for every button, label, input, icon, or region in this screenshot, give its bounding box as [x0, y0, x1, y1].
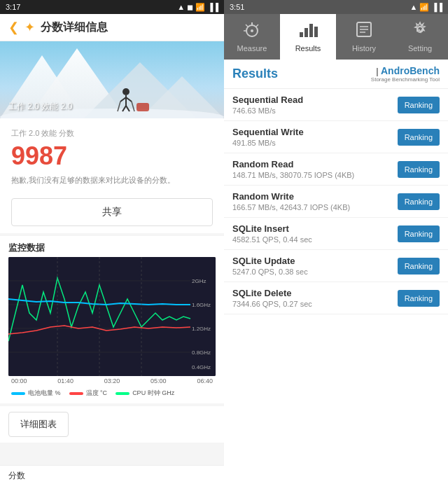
svg-rect-37 — [314, 27, 318, 37]
tab-history-label: History — [352, 44, 376, 53]
result-name-sqlite-update: SQLite Update — [232, 256, 308, 266]
table-row: Sequential Write 491.85 MB/s Ranking — [224, 121, 448, 153]
x-label-1: 01:40 — [57, 377, 74, 384]
gear-icon: ✦ — [24, 20, 35, 35]
svg-text:2GHz: 2GHz — [192, 278, 206, 284]
setting-icon — [410, 21, 430, 41]
ranking-btn-sqlite-insert[interactable]: Ranking — [398, 225, 440, 242]
hero-label: 工作 2.0 效能 2.0 — [8, 101, 72, 113]
result-info-sqlite-insert: SQLite Insert 4582.51 QPS, 0.44 sec — [232, 223, 312, 244]
detail-chart-button[interactable]: 详细图表 — [8, 412, 69, 437]
result-name-seq-read: Sequential Read — [232, 95, 303, 105]
left-header: ❮ ✦ 分数详细信息 — [0, 14, 224, 41]
tab-history[interactable]: History — [336, 14, 392, 60]
page-title: 分数详细信息 — [41, 20, 108, 35]
ranking-btn-rand-read[interactable]: Ranking — [398, 161, 440, 178]
svg-line-30 — [256, 25, 258, 27]
table-row: SQLite Delete 7344.66 QPS, 0.27 sec Rank… — [224, 282, 448, 314]
result-value-seq-write: 491.85 MB/s — [232, 139, 304, 147]
legend-label-battery: 电池电量 % — [28, 389, 61, 398]
result-info-sqlite-update: SQLite Update 5247.0 QPS, 0.38 sec — [232, 256, 308, 276]
ranking-btn-sqlite-delete[interactable]: Ranking — [398, 290, 440, 307]
tab-setting-label: Setting — [408, 44, 432, 53]
chart-area: 2GHz 1.6GHz 1.2GHz 0.8GHz 0.4GHz — [8, 257, 216, 376]
tab-results[interactable]: Results — [280, 14, 336, 60]
ranking-btn-sqlite-update[interactable]: Ranking — [398, 258, 440, 275]
right-status-icons: ▲ 📶 ▐▐ — [410, 3, 442, 12]
result-name-rand-write: Random Write — [232, 191, 350, 202]
table-row: SQLite Update 5247.0 QPS, 0.38 sec Ranki… — [224, 250, 448, 282]
legend-label-temp: 温度 °C — [86, 389, 108, 398]
x-label-2: 03:20 — [104, 377, 120, 384]
svg-point-33 — [251, 29, 253, 32]
back-icon[interactable]: ❮ — [8, 20, 19, 35]
left-panel: 3:17 ▲ ◼ 📶 ▐▐ ❮ ✦ 分数详细信息 — [0, 0, 224, 486]
table-row: Random Write 166.57 MB/s, 42643.7 IOPS (… — [224, 186, 448, 218]
legend-color-cpu — [115, 392, 130, 395]
left-status-bar: 3:17 ▲ ◼ 📶 ▐▐ — [0, 0, 224, 14]
chart-x-labels: 00:00 01:40 03:20 05:00 06:40 — [8, 376, 216, 386]
table-row: Sequential Read 746.63 MB/s Ranking — [224, 89, 448, 121]
tab-results-label: Results — [295, 44, 321, 53]
legend-battery: 电池电量 % — [11, 389, 61, 398]
x-label-3: 05:00 — [150, 377, 167, 384]
legend-label-cpu: CPU 时钟 GHz — [132, 389, 174, 398]
result-value-rand-read: 148.71 MB/s, 38070.75 IOPS (4KB) — [232, 171, 354, 179]
legend-cpu: CPU 时钟 GHz — [115, 389, 174, 398]
tab-setting[interactable]: Setting — [392, 14, 448, 60]
result-value-sqlite-insert: 4582.51 QPS, 0.44 sec — [232, 235, 312, 244]
x-label-4: 06:40 — [197, 377, 213, 384]
share-button[interactable]: 共享 — [11, 198, 213, 226]
svg-rect-36 — [309, 24, 313, 37]
table-row: SQLite Insert 4582.51 QPS, 0.44 sec Rank… — [224, 218, 448, 250]
ranking-btn-seq-write[interactable]: Ranking — [398, 129, 440, 146]
detail-btn-wrap: 详细图表 — [0, 406, 224, 443]
svg-text:1.6GHz: 1.6GHz — [192, 302, 211, 308]
result-info-seq-read: Sequential Read 746.63 MB/s — [232, 95, 303, 115]
result-name-seq-write: Sequential Write — [232, 127, 304, 137]
monitor-section: 监控数据 2GHz 1.6GHz 1.2GHz 0.8GHz 0.4GHz — [0, 236, 224, 403]
result-info-rand-write: Random Write 166.57 MB/s, 42643.7 IOPS (… — [232, 191, 350, 211]
svg-text:1.2GHz: 1.2GHz — [192, 326, 211, 332]
left-status-icons: ▲ ◼ 📶 ▐▐ — [177, 3, 218, 12]
svg-text:0.4GHz: 0.4GHz — [192, 364, 211, 370]
legend-temp: 温度 °C — [69, 389, 108, 398]
result-value-sqlite-update: 5247.0 QPS, 0.38 sec — [232, 268, 308, 276]
history-icon — [354, 21, 374, 41]
tab-measure[interactable]: Measure — [224, 14, 280, 60]
result-info-rand-read: Random Read 148.71 MB/s, 38070.75 IOPS (… — [232, 159, 354, 179]
hero-image: 工作 2.0 效能 2.0 — [0, 41, 224, 118]
result-name-sqlite-insert: SQLite Insert — [232, 223, 312, 234]
result-name-sqlite-delete: SQLite Delete — [232, 288, 312, 298]
bottom-score-label: 分数 — [0, 465, 224, 486]
svg-text:0.8GHz: 0.8GHz — [192, 349, 211, 356]
results-list: Sequential Read 746.63 MB/s Ranking Sequ… — [224, 89, 448, 486]
ranking-btn-rand-write[interactable]: Ranking — [398, 193, 440, 210]
measure-icon — [242, 21, 262, 41]
right-status-bar: 3:51 ▲ 📶 ▐▐ — [224, 0, 448, 14]
results-header: Results | AndroBench Storage Benchmarkin… — [224, 60, 448, 89]
svg-rect-14 — [136, 103, 149, 111]
results-icon — [298, 21, 318, 41]
table-row: Random Read 148.71 MB/s, 38070.75 IOPS (… — [224, 153, 448, 186]
score-label: 工作 2.0 效能 分数 — [11, 127, 213, 139]
result-name-rand-read: Random Read — [232, 159, 354, 169]
score-note: 抱歉,我们没有足够的数据来对比此设备的分数。 — [11, 175, 213, 186]
result-value-rand-write: 166.57 MB/s, 42643.7 IOPS (4KB) — [232, 203, 350, 211]
legend-color-battery — [11, 392, 25, 395]
score-value: 9987 — [11, 141, 213, 171]
androbench-tagline: Storage Benchmarking Tool — [371, 76, 440, 83]
ranking-btn-seq-read[interactable]: Ranking — [398, 97, 440, 113]
svg-point-6 — [122, 88, 130, 95]
chart-legend: 电池电量 % 温度 °C CPU 时钟 GHz — [8, 386, 216, 401]
result-info-seq-write: Sequential Write 491.85 MB/s — [232, 127, 304, 147]
androbench-brand: | AndroBench — [376, 65, 440, 76]
result-value-sqlite-delete: 7344.66 QPS, 0.27 sec — [232, 300, 312, 308]
tab-bar: Measure Results — [224, 14, 448, 60]
results-section-title: Results — [232, 67, 278, 81]
result-value-seq-read: 746.63 MB/s — [232, 106, 303, 115]
right-panel: 3:51 ▲ 📶 ▐▐ Measure — [224, 0, 448, 486]
left-time: 3:17 — [6, 3, 20, 11]
androbench-logo: | AndroBench Storage Benchmarking Tool — [371, 65, 440, 83]
result-info-sqlite-delete: SQLite Delete 7344.66 QPS, 0.27 sec — [232, 288, 312, 308]
